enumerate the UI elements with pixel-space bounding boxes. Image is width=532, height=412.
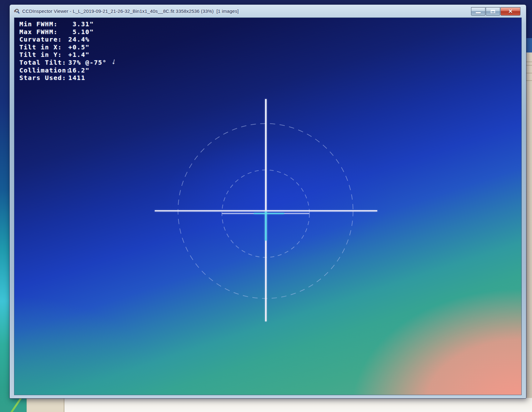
maximize-icon — [491, 10, 495, 13]
background-window-ridge — [526, 62, 532, 62]
tilt-direction-arrow-icon: ↓ — [111, 56, 117, 67]
caption-buttons: ✕ — [471, 7, 520, 16]
stat-tilt-x: Tilt in X:+0.5" — [19, 43, 107, 51]
minimize-button[interactable] — [471, 7, 485, 16]
crosshair-horizontal-line — [155, 210, 377, 211]
window-title: CCDInspector Viewer - L_L_2019-09-21_21-… — [22, 8, 239, 14]
desktop-photo: CCDInspector Viewer - L_L_2019-09-21_21-… — [0, 0, 532, 412]
ccdinspector-app-icon — [14, 8, 20, 14]
collimation-horizontal-cyan-segment — [254, 213, 284, 214]
ccdinspector-window: CCDInspector Viewer - L_L_2019-09-21_21-… — [9, 4, 526, 399]
collimation-vertical-cyan-segment — [265, 211, 267, 241]
fwhm-map-canvas[interactable]: Min FWHM: 3.31" Max FWHM: 5.10" Curvatur… — [14, 17, 522, 395]
stat-curvature: Curvature:24.4% — [19, 36, 107, 43]
crosshair-vertical-line — [265, 99, 267, 321]
background-window-bottom — [64, 398, 532, 412]
stat-total-tilt: Total Tilt:37% @-75° — [19, 59, 107, 67]
collimation-horizontal-line — [222, 213, 309, 214]
background-window-bottom-panel — [27, 398, 64, 412]
minimize-icon — [476, 12, 481, 13]
stat-max-fwhm: Max FWHM: 5.10" — [19, 28, 107, 36]
title-bar[interactable]: CCDInspector Viewer - L_L_2019-09-21_21-… — [10, 5, 526, 17]
close-icon: ✕ — [508, 8, 513, 15]
background-window-ridge — [526, 80, 532, 81]
maximize-button[interactable] — [486, 7, 500, 16]
stat-min-fwhm: Min FWHM: 3.31" — [19, 20, 107, 28]
background-window-ridge — [526, 73, 532, 73]
background-window-titleband — [526, 38, 532, 52]
stat-stars-used: Stars Used:1411 — [19, 74, 107, 82]
background-window-right-edge — [526, 52, 532, 399]
inner-dashed-circle — [222, 170, 309, 257]
stat-tilt-y: Tilt in Y:+1.4" — [19, 51, 107, 59]
inspection-stats: Min FWHM: 3.31" Max FWHM: 5.10" Curvatur… — [19, 20, 107, 82]
background-window-ridge — [526, 65, 532, 66]
outer-dashed-circle — [178, 124, 353, 299]
close-button[interactable]: ✕ — [500, 7, 520, 16]
stat-collimation: Collimation:16.2" — [19, 67, 107, 74]
